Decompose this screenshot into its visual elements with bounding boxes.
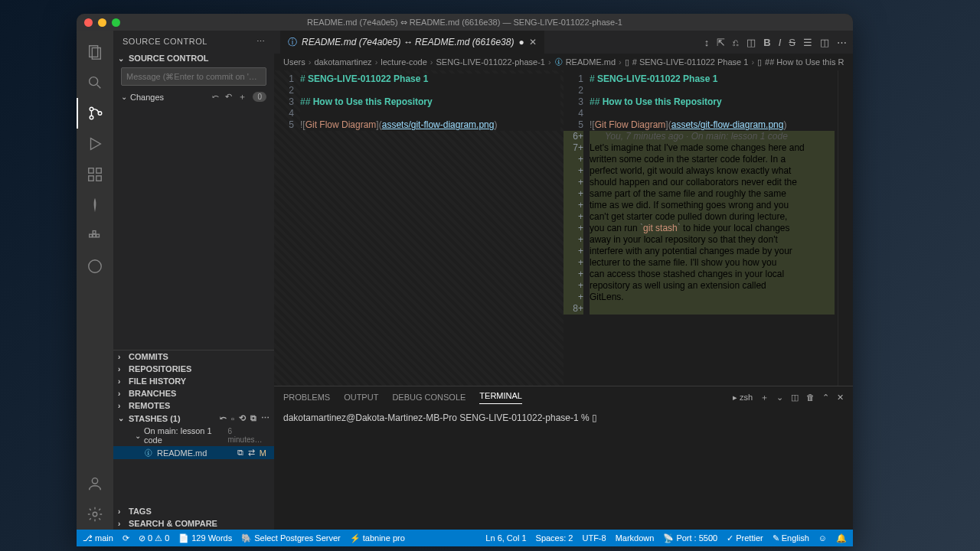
minimize-window-icon[interactable] xyxy=(98,18,106,27)
section-remotes[interactable]: ›REMOTES xyxy=(113,399,274,412)
status-prettier[interactable]: ✓ Prettier xyxy=(727,533,763,543)
section-stashes[interactable]: ⌄STASHES (1) ⤺ ▫ ⟲ ⧉ ⋯ xyxy=(113,412,274,425)
stash-apply-icon[interactable]: ▫ xyxy=(231,414,234,423)
tab-problems[interactable]: PROBLEMS xyxy=(283,393,330,402)
maximize-panel-icon[interactable]: ⌃ xyxy=(822,393,829,403)
status-tabnine[interactable]: ⚡ tabnine pro xyxy=(350,533,405,543)
section-commits[interactable]: ›COMMITS xyxy=(113,350,274,363)
status-bell-icon[interactable]: 🔔 xyxy=(836,533,847,543)
discard-icon[interactable]: ↶ xyxy=(225,92,232,102)
terminal-shell-label[interactable]: ▸ zsh xyxy=(733,393,753,403)
list-icon[interactable]: ☰ xyxy=(803,37,812,48)
section-branches[interactable]: ›BRANCHES xyxy=(113,387,274,399)
sidebar-more-icon[interactable]: ⋯ xyxy=(256,37,266,47)
diff-editor[interactable]: 12345 # SENG-LIVE-011022 Phase 1 ## How … xyxy=(274,70,853,386)
status-branch[interactable]: ⎇ main xyxy=(83,533,113,543)
strike-icon[interactable]: S xyxy=(789,37,795,48)
close-panel-icon[interactable]: ✕ xyxy=(837,393,844,403)
section-tags[interactable]: ›TAGS xyxy=(113,505,274,517)
svg-rect-12 xyxy=(93,234,96,237)
editor-group: ⓘ README.md (7e4a0e5) ↔ README.md (6616e… xyxy=(274,31,853,530)
new-terminal-icon[interactable]: ＋ xyxy=(760,392,769,403)
stash-more-icon[interactable]: ⋯ xyxy=(261,413,270,423)
open-file-icon[interactable]: ⧉ xyxy=(237,448,243,458)
svg-point-17 xyxy=(93,512,97,517)
github-icon[interactable] xyxy=(77,251,113,282)
diff-original-pane[interactable]: 12345 # SENG-LIVE-011022 Phase 1 ## How … xyxy=(274,70,564,386)
run-debug-icon[interactable] xyxy=(77,129,113,159)
extensions-icon[interactable] xyxy=(77,159,113,190)
status-sync[interactable]: ⟳ xyxy=(122,533,129,543)
svg-point-5 xyxy=(90,116,93,119)
close-window-icon[interactable] xyxy=(84,18,93,27)
terminal-prompt: dakotamartinez@Dakota-Martinez-MB-Pro SE… xyxy=(283,412,597,423)
split-terminal-icon[interactable]: ◫ xyxy=(791,393,799,403)
stash-copy-icon[interactable]: ⧉ xyxy=(250,413,256,423)
explorer-icon[interactable] xyxy=(77,37,113,67)
tab-bar: ⓘ README.md (7e4a0e5) ↔ README.md (6616e… xyxy=(274,31,853,54)
open-file-icon[interactable]: ⇱ xyxy=(717,37,725,48)
sidebar: SOURCE CONTROL ⋯ ⌄SOURCE CONTROL ⌄Change… xyxy=(113,31,274,530)
diff-view-icon[interactable]: ◫ xyxy=(746,37,756,48)
status-port[interactable]: 📡 Port : 5500 xyxy=(663,533,717,543)
breadcrumb[interactable]: Users› dakotamartinez› lecture-code› SEN… xyxy=(274,54,853,70)
tab-output[interactable]: OUTPUT xyxy=(344,393,378,402)
compare-icon[interactable]: ⇄ xyxy=(248,448,255,458)
section-file-history[interactable]: ›FILE HISTORY xyxy=(113,375,274,387)
tab-readme-diff[interactable]: ⓘ README.md (7e4a0e5) ↔ README.md (6616e… xyxy=(280,31,544,54)
section-repositories[interactable]: ›REPOSITORIES xyxy=(113,363,274,375)
stash-refresh-icon[interactable]: ⟲ xyxy=(239,413,246,423)
status-words[interactable]: 📄 129 Words xyxy=(178,533,232,543)
tab-dirty-icon: ● xyxy=(518,37,524,47)
info-icon: ⓘ xyxy=(288,36,297,49)
more-actions-icon[interactable]: ⋯ xyxy=(837,37,847,48)
status-problems[interactable]: ⊘ 0 ⚠ 0 xyxy=(139,533,169,543)
italic-icon[interactable]: I xyxy=(779,37,782,48)
svg-rect-13 xyxy=(96,234,100,237)
status-spell[interactable]: ✎ English xyxy=(773,533,809,543)
status-postgres[interactable]: 🐘 Select Postgres Server xyxy=(241,533,341,543)
bold-icon[interactable]: B xyxy=(763,37,770,48)
source-control-icon[interactable] xyxy=(77,98,113,129)
status-lang[interactable]: Markdown xyxy=(616,533,655,543)
terminal-body[interactable]: dakotamartinez@Dakota-Martinez-MB-Pro SE… xyxy=(274,408,853,530)
settings-gear-icon[interactable] xyxy=(77,499,113,530)
stash-changes-icon[interactable]: ⤺ xyxy=(212,92,219,102)
activity-bar xyxy=(77,31,113,530)
status-bar: ⎇ main ⟳ ⊘ 0 ⚠ 0 📄 129 Words 🐘 Select Po… xyxy=(77,530,853,546)
account-icon[interactable] xyxy=(77,468,113,499)
search-icon[interactable] xyxy=(77,67,113,98)
tab-close-icon[interactable]: ✕ xyxy=(529,37,537,47)
changes-label[interactable]: Changes xyxy=(130,93,164,102)
diff-modified-pane[interactable]: 123456+7++++++++++++++8+ # SENG-LIVE-011… xyxy=(564,70,853,386)
svg-line-3 xyxy=(97,85,101,89)
svg-point-16 xyxy=(92,478,97,484)
kill-terminal-icon[interactable]: 🗑 xyxy=(806,393,815,402)
tab-terminal[interactable]: TERMINAL xyxy=(479,391,522,404)
tab-debug-console[interactable]: DEBUG CONSOLE xyxy=(392,393,466,402)
minimap[interactable] xyxy=(838,70,853,386)
stage-all-icon[interactable]: ＋ xyxy=(238,91,247,103)
docker-icon[interactable] xyxy=(77,220,113,251)
stash-entry[interactable]: ⌄ On main: lesson 1 code 6 minutes… xyxy=(113,425,274,446)
stash-file-readme[interactable]: 🛈README.md ⧉ ⇄ M xyxy=(113,446,274,459)
svg-rect-7 xyxy=(89,168,93,173)
status-encoding[interactable]: UTF-8 xyxy=(582,533,606,543)
terminal-dropdown-icon[interactable]: ⌄ xyxy=(776,393,783,403)
stash-all-icon[interactable]: ⤺ xyxy=(220,413,227,423)
status-feedback-icon[interactable]: ☺ xyxy=(818,533,827,543)
prev-change-icon[interactable]: ↕ xyxy=(704,37,710,48)
svg-point-15 xyxy=(89,260,102,273)
window-title: README.md (7e4a0e5) ⇔ README.md (6616e38… xyxy=(307,18,622,28)
split-icon[interactable]: ◫ xyxy=(820,37,829,48)
status-cursor[interactable]: Ln 6, Col 1 xyxy=(485,533,526,543)
commit-message-input[interactable] xyxy=(121,67,266,86)
section-source-control[interactable]: ⌄SOURCE CONTROL xyxy=(113,52,274,64)
revert-icon[interactable]: ⎌ xyxy=(733,37,739,48)
titlebar: README.md (7e4a0e5) ⇔ README.md (6616e38… xyxy=(77,14,853,31)
section-search-compare[interactable]: ›SEARCH & COMPARE xyxy=(113,517,274,530)
mongodb-icon[interactable] xyxy=(77,190,113,220)
maximize-window-icon[interactable] xyxy=(112,18,120,27)
svg-rect-9 xyxy=(89,176,93,181)
status-spaces[interactable]: Spaces: 2 xyxy=(536,533,573,543)
